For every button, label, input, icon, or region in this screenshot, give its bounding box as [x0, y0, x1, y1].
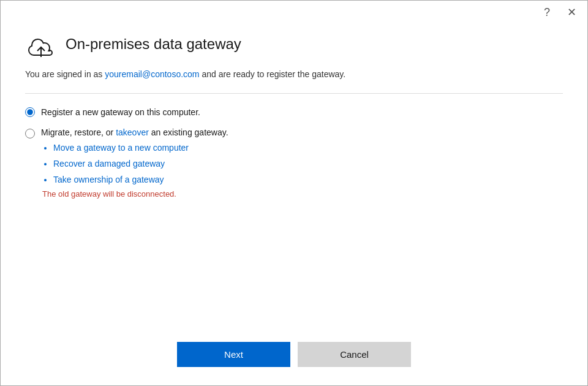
option1-text: Register a new gateway on this computer. [41, 106, 200, 119]
title-bar: ? ✕ [1, 1, 587, 24]
footer: Next Cancel [1, 330, 587, 385]
option2-prefix: Migrate, restore, or [41, 127, 116, 137]
option2-label[interactable]: Migrate, restore, or takeover an existin… [25, 127, 563, 199]
option2-link: takeover [116, 127, 149, 137]
option1-label[interactable]: Register a new gateway on this computer. [25, 106, 563, 119]
option2-suffix: an existing gateway. [149, 127, 228, 137]
bullet-text-1: Move a gateway to a new computer [53, 143, 189, 153]
bullet-item-1: Move a gateway to a new computer [53, 141, 228, 156]
bullet-item-2: Recover a damaged gateway [53, 157, 228, 172]
cloud-upload-icon [25, 30, 57, 58]
help-button[interactable]: ? [540, 6, 554, 19]
option2-content: Migrate, restore, or takeover an existin… [41, 127, 228, 199]
options-container: Register a new gateway on this computer.… [25, 106, 563, 199]
header: On-premises data gateway [25, 30, 563, 58]
option1-radio[interactable] [25, 107, 35, 117]
dialog: ? ✕ On-premises data gateway You are sig… [0, 0, 588, 386]
divider [25, 93, 563, 94]
bullet-text-3: Take ownership of a gateway [53, 175, 164, 184]
bullet-item-3: Take ownership of a gateway [53, 173, 228, 187]
subtitle-suffix: and are ready to register the gateway. [200, 69, 346, 79]
next-button[interactable]: Next [177, 342, 290, 367]
bullet-text-2: Recover a damaged gateway [53, 159, 165, 168]
option2-text: Migrate, restore, or takeover an existin… [41, 127, 228, 137]
main-content: On-premises data gateway You are signed … [1, 24, 587, 330]
bullet-list: Move a gateway to a new computer Recover… [42, 141, 228, 187]
subtitle: You are signed in as youremail@contoso.c… [25, 68, 563, 81]
cancel-button[interactable]: Cancel [298, 342, 411, 367]
disconnected-note: The old gateway will be disconnected. [42, 189, 228, 199]
close-button[interactable]: ✕ [564, 6, 580, 19]
title-bar-controls: ? ✕ [540, 6, 580, 19]
subtitle-prefix: You are signed in as [25, 69, 105, 79]
user-email: youremail@contoso.com [105, 69, 199, 79]
dialog-title: On-premises data gateway [66, 36, 241, 53]
option2-radio[interactable] [25, 129, 35, 138]
